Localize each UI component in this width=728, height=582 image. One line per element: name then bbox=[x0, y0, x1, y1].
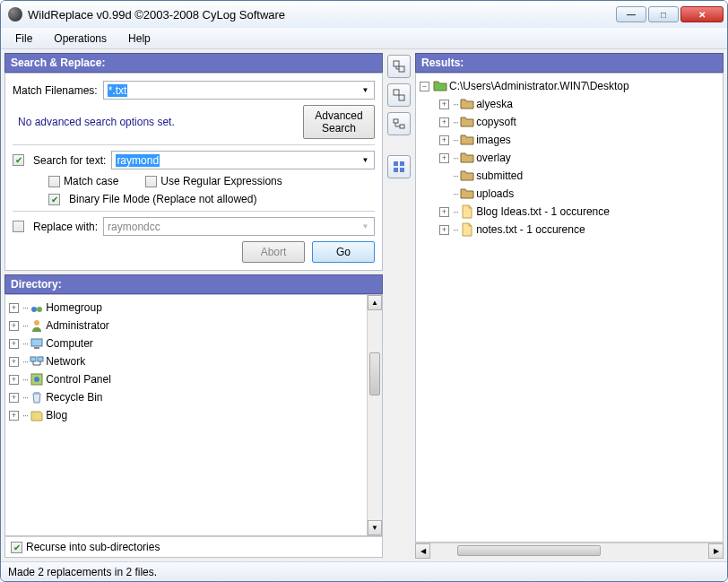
svg-rect-12 bbox=[34, 392, 39, 394]
tree-view-button[interactable] bbox=[387, 112, 411, 135]
status-text: Made 2 replacements in 2 files. bbox=[8, 566, 157, 578]
tree-item-label: Computer bbox=[46, 337, 93, 350]
scroll-up-icon[interactable]: ▲ bbox=[368, 295, 382, 310]
results-tree-item[interactable]: +···images bbox=[420, 131, 723, 149]
svg-point-1 bbox=[37, 307, 42, 312]
menubar: File Operations Help bbox=[1, 28, 727, 49]
svg-rect-23 bbox=[394, 161, 398, 166]
svg-rect-25 bbox=[394, 168, 398, 172]
results-tree-item[interactable]: ···submitted bbox=[420, 167, 723, 185]
svg-rect-3 bbox=[31, 339, 42, 346]
tree-expander[interactable]: + bbox=[9, 411, 19, 421]
scroll-left-icon[interactable]: ◀ bbox=[415, 543, 430, 559]
directory-tree-item[interactable]: +···Homegroup bbox=[9, 299, 382, 317]
search-replace-panel: Search & Replace: Match Filenames: *.txt… bbox=[4, 53, 383, 271]
chevron-down-icon[interactable]: ▼ bbox=[359, 220, 372, 233]
tree-expander[interactable]: + bbox=[439, 225, 449, 235]
results-tree-item[interactable]: ···uploads bbox=[420, 185, 723, 203]
tree-expander[interactable]: + bbox=[439, 100, 449, 109]
directory-tree[interactable]: +···Homegroup+···Administrator+···Comput… bbox=[4, 294, 383, 536]
directory-panel-title: Directory: bbox=[4, 274, 383, 294]
horizontal-scrollbar[interactable]: ◀ ▶ bbox=[415, 543, 724, 558]
tree-item-label: Control Panel bbox=[46, 373, 111, 386]
scroll-right-icon[interactable]: ▶ bbox=[708, 543, 724, 559]
directory-tree-item[interactable]: +···Control Panel bbox=[9, 370, 382, 388]
minimize-button[interactable]: — bbox=[616, 6, 646, 22]
menu-file[interactable]: File bbox=[6, 30, 41, 47]
match-filenames-combo[interactable]: *.txt ▼ bbox=[103, 81, 375, 100]
svg-rect-5 bbox=[30, 357, 36, 361]
tree-item-label: Blog bbox=[46, 409, 67, 421]
results-tree-item[interactable]: +···Blog Ideas.txt - 1 occurence bbox=[420, 203, 723, 221]
directory-tree-item[interactable]: +···Recycle Bin bbox=[9, 388, 382, 406]
results-root[interactable]: −C:\Users\Administrator.WIN7\Desktop bbox=[420, 77, 723, 95]
replace-with-checkbox[interactable] bbox=[13, 221, 24, 232]
close-button[interactable]: ✕ bbox=[680, 6, 724, 22]
directory-tree-item[interactable]: +···Network bbox=[9, 352, 382, 370]
directory-tree-item[interactable]: +···Blog bbox=[9, 406, 382, 424]
menu-help[interactable]: Help bbox=[119, 30, 160, 47]
tree-expander[interactable]: + bbox=[9, 375, 19, 385]
match-case-checkbox[interactable] bbox=[48, 176, 60, 187]
directory-tree-item[interactable]: +···Computer bbox=[9, 334, 382, 352]
tree-expander[interactable]: − bbox=[420, 82, 429, 91]
go-button[interactable]: Go bbox=[312, 241, 375, 263]
folder-icon bbox=[30, 408, 44, 422]
results-tree-item[interactable]: +···overlay bbox=[420, 149, 723, 167]
advanced-search-button[interactable]: Advanced Search bbox=[303, 105, 375, 139]
results-tree[interactable]: −C:\Users\Administrator.WIN7\Desktop+···… bbox=[415, 73, 724, 543]
chevron-down-icon[interactable]: ▼ bbox=[359, 83, 372, 97]
app-window: WildReplace v0.99d ©2003-2008 CyLog Soft… bbox=[0, 0, 728, 582]
use-regex-checkbox[interactable] bbox=[145, 176, 157, 187]
scroll-down-icon[interactable]: ▼ bbox=[368, 520, 382, 535]
tree-expander[interactable]: + bbox=[439, 153, 449, 163]
tree-expander[interactable]: + bbox=[9, 321, 19, 331]
results-tree-item[interactable]: +···alyeska bbox=[420, 95, 723, 113]
statusbar: Made 2 replacements in 2 files. bbox=[1, 561, 727, 581]
search-for-text-value: raymond bbox=[116, 154, 160, 167]
menu-operations[interactable]: Operations bbox=[45, 30, 116, 47]
tree-expander[interactable]: + bbox=[439, 117, 449, 127]
binary-mode-checkbox[interactable] bbox=[48, 194, 60, 205]
results-tree-item[interactable]: +···copysoft bbox=[420, 113, 723, 131]
recurse-checkbox[interactable] bbox=[11, 542, 22, 553]
search-for-text-checkbox[interactable] bbox=[13, 154, 24, 166]
svg-rect-18 bbox=[399, 95, 404, 100]
svg-rect-26 bbox=[400, 168, 404, 172]
directory-tree-item[interactable]: +···Administrator bbox=[9, 317, 382, 334]
search-for-text-combo[interactable]: raymond ▼ bbox=[111, 151, 375, 169]
tree-expander[interactable]: + bbox=[9, 357, 19, 367]
collapse-all-button[interactable] bbox=[387, 83, 411, 107]
svg-rect-4 bbox=[34, 347, 39, 349]
tree-item-label: C:\Users\Administrator.WIN7\Desktop bbox=[449, 80, 629, 92]
scroll-thumb[interactable] bbox=[457, 545, 601, 556]
chevron-down-icon[interactable]: ▼ bbox=[359, 153, 372, 167]
maximize-button[interactable]: □ bbox=[648, 6, 679, 22]
grid-view-button[interactable] bbox=[387, 155, 411, 178]
expand-all-button[interactable] bbox=[387, 55, 411, 78]
folder-icon bbox=[30, 372, 44, 387]
directory-panel: Directory: +···Homegroup+···Administrato… bbox=[4, 274, 383, 558]
tree-expander[interactable]: + bbox=[439, 135, 449, 145]
tree-expander[interactable]: + bbox=[9, 303, 19, 313]
folder-icon bbox=[460, 151, 474, 165]
tree-expander[interactable]: + bbox=[9, 393, 19, 403]
folder-icon bbox=[460, 169, 474, 183]
results-panel-title: Results: bbox=[415, 53, 724, 73]
tree-expander[interactable]: + bbox=[439, 207, 449, 217]
vertical-scrollbar[interactable]: ▲ ▼ bbox=[367, 295, 382, 535]
titlebar[interactable]: WildReplace v0.99d ©2003-2008 CyLog Soft… bbox=[1, 1, 727, 28]
tree-item-label: Administrator bbox=[46, 319, 109, 332]
scroll-thumb[interactable] bbox=[369, 352, 380, 395]
window-title: WildReplace v0.99d ©2003-2008 CyLog Soft… bbox=[28, 8, 616, 22]
use-regex-label: Use Regular Expressions bbox=[160, 175, 282, 187]
tree-expander[interactable]: + bbox=[9, 339, 19, 349]
results-panel: Results: −C:\Users\Administrator.WIN7\De… bbox=[415, 53, 724, 558]
replace-with-combo[interactable]: raymondcc ▼ bbox=[103, 217, 375, 236]
tree-item-label: overlay bbox=[476, 152, 511, 164]
tree-item-label: Blog Ideas.txt - 1 occurence bbox=[476, 205, 610, 218]
results-tree-item[interactable]: +···notes.txt - 1 occurence bbox=[420, 221, 723, 239]
advanced-search-status: No advanced search options set. bbox=[18, 116, 175, 128]
abort-button[interactable]: Abort bbox=[242, 241, 305, 263]
client-area: Search & Replace: Match Filenames: *.txt… bbox=[1, 49, 727, 561]
